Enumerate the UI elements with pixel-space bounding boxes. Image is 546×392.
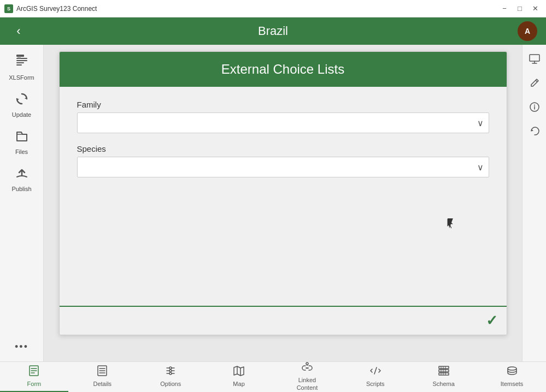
info-button[interactable] <box>525 97 544 117</box>
tab-form[interactable]: Form <box>0 362 68 393</box>
page-title: Brazil <box>28 24 518 38</box>
maximize-button[interactable]: □ <box>513 2 526 15</box>
svg-point-10 <box>534 105 535 106</box>
sidebar-item-publish[interactable]: Publish <box>2 162 42 197</box>
svg-rect-19 <box>439 370 449 372</box>
dialog-header: External Choice Lists <box>60 52 507 87</box>
external-choice-lists-dialog: External Choice Lists Family ∨ Species <box>59 51 507 335</box>
title-bar-left: S ArcGIS Survey123 Connect <box>4 4 97 13</box>
update-icon <box>15 92 29 109</box>
right-actions <box>522 45 546 361</box>
form-tab-icon <box>28 365 40 379</box>
svg-point-17 <box>306 363 308 365</box>
app-title: ArcGIS Survey123 Connect <box>16 5 97 13</box>
minimize-button[interactable]: − <box>498 2 511 15</box>
tab-scripts-label: Scripts <box>366 381 385 388</box>
scripts-tab-icon <box>369 365 381 379</box>
pencil-icon <box>529 77 541 89</box>
family-dropdown-wrapper: ∨ <box>77 112 489 133</box>
sidebar-item-xlsform[interactable]: XLSForm <box>2 49 42 85</box>
title-bar: S ArcGIS Survey123 Connect − □ ✕ <box>0 0 546 17</box>
tab-options-label: Options <box>160 381 181 388</box>
svg-rect-2 <box>16 60 27 61</box>
sidebar-item-update[interactable]: Update <box>2 87 42 122</box>
svg-marker-11 <box>531 129 533 131</box>
svg-rect-20 <box>439 373 449 375</box>
tab-schema[interactable]: Schema <box>409 362 478 393</box>
tab-scripts[interactable]: Scripts <box>341 362 409 393</box>
tab-linked-content[interactable]: LinkedContent <box>273 362 342 393</box>
tab-schema-label: Schema <box>433 381 455 388</box>
sidebar-item-xlsform-label: XLSForm <box>9 74 34 81</box>
sidebar: XLSForm Update Files <box>0 45 44 361</box>
family-label: Family <box>77 100 489 109</box>
undo-button[interactable] <box>525 121 544 141</box>
sidebar-item-files[interactable]: Files <box>2 124 42 159</box>
close-button[interactable]: ✕ <box>529 2 542 15</box>
itemsets-tab-icon <box>506 365 518 379</box>
edit-button[interactable] <box>525 73 544 93</box>
species-group: Species ∨ <box>77 144 489 177</box>
monitor-icon <box>529 53 541 65</box>
info-icon <box>529 101 541 113</box>
app-header: ‹ Brazil A <box>0 17 546 45</box>
species-dropdown[interactable] <box>77 157 489 177</box>
schema-tab-icon <box>438 365 450 379</box>
family-dropdown[interactable] <box>77 112 489 133</box>
app-icon: S <box>4 4 13 13</box>
map-tab-icon <box>233 365 245 379</box>
publish-icon <box>15 166 29 183</box>
svg-rect-8 <box>530 55 539 61</box>
files-icon <box>15 129 29 146</box>
back-button[interactable]: ‹ <box>9 21 28 41</box>
tab-form-label: Form <box>27 381 42 388</box>
undo-icon <box>529 125 541 137</box>
tab-map[interactable]: Map <box>205 362 273 393</box>
avatar[interactable]: A <box>518 21 537 41</box>
title-bar-controls: − □ ✕ <box>498 2 542 15</box>
sidebar-more[interactable]: ••• <box>10 337 33 357</box>
sidebar-item-update-label: Update <box>12 111 31 118</box>
dialog-title: External Choice Lists <box>73 62 494 77</box>
svg-point-21 <box>508 367 516 370</box>
species-dropdown-wrapper: ∨ <box>77 157 489 177</box>
svg-rect-18 <box>439 366 449 369</box>
tab-itemsets-label: Itemsets <box>501 381 524 388</box>
dialog-body: Family ∨ Species ∨ <box>60 87 507 306</box>
species-label: Species <box>77 144 489 153</box>
confirm-button[interactable]: ✓ <box>486 312 498 329</box>
linked-content-tab-icon <box>301 361 313 376</box>
options-tab-icon <box>165 365 177 379</box>
svg-rect-5 <box>17 56 21 59</box>
xlsform-icon <box>14 54 30 72</box>
svg-rect-4 <box>16 64 22 66</box>
preview-button[interactable] <box>525 49 544 69</box>
svg-rect-3 <box>16 62 24 63</box>
family-group: Family ∨ <box>77 100 489 133</box>
sidebar-item-publish-label: Publish <box>11 186 31 192</box>
tab-details[interactable]: Details <box>68 362 137 393</box>
details-tab-icon <box>96 365 108 379</box>
tab-details-label: Details <box>93 381 112 388</box>
dialog-footer: ✓ <box>60 306 507 335</box>
tab-options[interactable]: Options <box>137 362 205 393</box>
tab-map-label: Map <box>233 381 244 388</box>
sidebar-item-files-label: Files <box>15 149 28 155</box>
content-area: External Choice Lists Family ∨ Species <box>44 45 522 361</box>
tab-itemsets[interactable]: Itemsets <box>478 362 546 393</box>
main-layout: XLSForm Update Files <box>0 45 546 361</box>
tab-bar: Form Details Options Map <box>0 361 546 392</box>
tab-linked-content-label: LinkedContent <box>297 377 318 391</box>
